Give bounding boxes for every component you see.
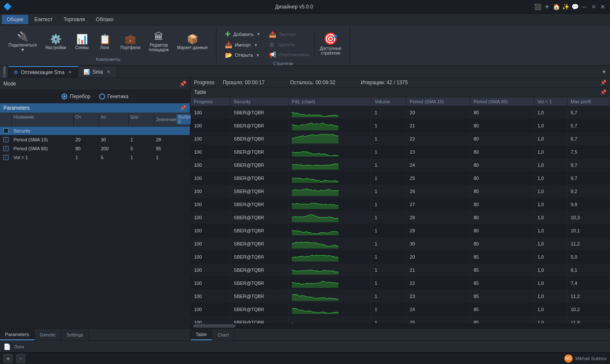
hscroll-thumb[interactable] (193, 324, 236, 328)
ribbon-btn-portfolios[interactable]: 💼 Портфели (117, 33, 144, 52)
table-row[interactable]: 100 SBER@TQBR 1 22 80 1,0 6,7 (191, 132, 610, 146)
menu-item-cloud[interactable]: Облако (91, 15, 118, 24)
params-row-security[interactable]: Security (0, 127, 190, 135)
ribbon-btn-add[interactable]: ✚ Добавить ▼ (222, 29, 264, 39)
editor-label: Редакторплощадок (149, 43, 169, 52)
td-progress: 100 (191, 224, 230, 237)
ribbon-btn-market[interactable]: 📦 Маркет-данные (174, 33, 211, 52)
table-row[interactable]: 100 SBER@TQBR 1 24 85 1,0 10,2 (191, 303, 610, 316)
table-row[interactable]: 100 SBER@TQBR 1 28 80 1,0 10,3 (191, 211, 610, 224)
left-panel-spacer (0, 228, 190, 329)
td-sma80: 80 (470, 132, 534, 146)
home-icon[interactable]: 🏠 (552, 3, 560, 11)
table-row[interactable]: 100 SBER@TQBR 1 25 80 1,0 9,7 (191, 172, 610, 185)
sma80-checkbox[interactable] (3, 146, 8, 151)
td-sma10: 20 (406, 106, 470, 119)
mode-pin[interactable]: 📌 (179, 80, 186, 87)
data-table-container[interactable]: Progress Security P&L (chart) Volume Per… (191, 97, 610, 323)
table-row[interactable]: 100 SBER@TQBR 1 29 80 1,0 10,1 (191, 224, 610, 237)
vol-checkbox[interactable] (3, 155, 8, 160)
tab-sma-close[interactable]: ✕ (105, 69, 111, 75)
params-header: Parameters 📌 (0, 103, 190, 113)
params-row-vol[interactable]: Vol = 1 1 5 1 1 (0, 153, 190, 162)
menu-item-backtest[interactable]: Бэктест (29, 15, 58, 24)
table-row[interactable]: 100 SBER@TQBR 1 23 80 1,0 7,5 (191, 146, 610, 159)
table-row[interactable]: 100 SBER@TQBR 1 25 85 1,0 11,8 (191, 316, 610, 324)
td-progress: 100 (191, 316, 230, 324)
tab-sma[interactable]: 📊 Sma ✕ (78, 66, 117, 77)
table-row[interactable]: 100 SBER@TQBR 1 20 85 1,0 5,0 (191, 251, 610, 264)
available-icon: 🎯 (323, 33, 338, 45)
tab-parameters[interactable]: Parameters (0, 329, 35, 340)
ribbon-btn-logs[interactable]: 📋 Логи (94, 33, 115, 52)
sun-icon[interactable]: ☀ (543, 3, 551, 11)
star-icon[interactable]: ✨ (562, 3, 569, 11)
win-close-icon[interactable]: ✕ (599, 3, 607, 11)
td-security: SBER@TQBR (230, 159, 288, 172)
ribbon-btn-settings[interactable]: ⚙️ Настройки (42, 33, 69, 52)
settings-label: Настройки (45, 45, 66, 50)
chat-icon[interactable]: 💬 (571, 3, 579, 11)
win-restore-icon[interactable]: ⧉ (590, 3, 597, 11)
ribbon-btn-import[interactable]: 📥 Импорт ▼ (222, 40, 264, 50)
td-volume: 1 (371, 211, 406, 224)
ribbon-btn-editor[interactable]: 🏛 Редакторплощадок (146, 30, 172, 54)
table-row[interactable]: 100 SBER@TQBR 1 21 85 1,0 8,1 (191, 264, 610, 277)
footer-add-btn[interactable]: + (3, 354, 13, 363)
footer-remove-btn[interactable]: - (16, 354, 25, 363)
radio-perebor[interactable]: Перебор (61, 94, 91, 99)
ribbon-btn-schemes[interactable]: 📊 Схемы (71, 33, 92, 52)
params-row-sma10[interactable]: Period (SMA 10) 20 30 1 28 (0, 135, 190, 144)
tab-settings[interactable]: Settings (61, 329, 89, 340)
menu-item-obshee[interactable]: Общее (2, 15, 28, 24)
tab-optimization-close[interactable]: ✕ (67, 69, 73, 75)
tab-optimization-sma[interactable]: ⚙ Оптимизация Sma ✕ (8, 66, 78, 77)
params-row-sma10-value: 28 (154, 135, 188, 144)
td-maxprofit: 10,3 (567, 211, 610, 224)
table-row[interactable]: 100 SBER@TQBR 1 26 80 1,0 9,2 (191, 185, 610, 198)
params-header-pin[interactable]: 📌 (180, 105, 186, 111)
security-checkbox[interactable] (3, 128, 8, 133)
table-row[interactable]: 100 SBER@TQBR 1 30 80 1,0 11,2 (191, 237, 610, 251)
table-row[interactable]: 100 SBER@TQBR 1 24 80 1,0 9,7 (191, 159, 610, 172)
td-sma80: 80 (470, 211, 534, 224)
progress-pin[interactable]: 📌 (600, 80, 607, 85)
left-panel: Mode 📌 Перебор Генетика Parameters 📌 Наз… (0, 78, 191, 340)
tab-chart[interactable]: Chart (212, 329, 234, 340)
tab-table[interactable]: Table (191, 329, 212, 340)
footer-left: + - (3, 354, 25, 363)
ribbon-btn-delete: 🗑 Удалить (266, 40, 313, 49)
ribbon-btn-open[interactable]: 📂 Открыть ▼ (222, 50, 264, 60)
win-minimize-icon[interactable]: — (580, 3, 588, 11)
td-vol1: 1,0 (534, 132, 567, 146)
sma10-checkbox[interactable] (3, 137, 8, 142)
tab-genetic[interactable]: Genetic (35, 329, 61, 340)
table-row[interactable]: 100 SBER@TQBR 1 22 85 1,0 7,4 (191, 277, 610, 290)
export-label: Экспорт (279, 32, 296, 37)
td-pnl (288, 237, 371, 251)
minimize-icon[interactable]: ⬛ (534, 3, 541, 11)
import-arrow: ▼ (254, 43, 258, 47)
table-row[interactable]: 100 SBER@TQBR 1 21 80 1,0 5,7 (191, 119, 610, 132)
td-volume: 1 (371, 185, 406, 198)
td-vol1: 1,0 (534, 303, 567, 316)
td-progress: 100 (191, 146, 230, 159)
td-sma10: 21 (406, 119, 470, 132)
params-col-step: Шаг (129, 113, 154, 126)
td-sma10: 22 (406, 277, 470, 290)
menu-item-trading[interactable]: Торговля (58, 15, 90, 24)
table-pin[interactable]: 📌 (600, 89, 607, 95)
title-bar: 🔷 Дизайнер v5.0.0 ⬛ ☀ 🏠 ✨ 💬 — ⧉ ✕ (0, 0, 610, 14)
radio-genetika[interactable]: Генетика (99, 94, 129, 99)
hscroll-bar[interactable] (191, 323, 610, 328)
ribbon-btn-connect[interactable]: 🔌 Подключиться▼ (5, 30, 40, 54)
table-row[interactable]: 100 SBER@TQBR 1 27 80 1,0 9,8 (191, 198, 610, 211)
td-sma10: 25 (406, 316, 470, 324)
params-row-sma80[interactable]: Period (SMA 80) 80 200 5 95 (0, 144, 190, 153)
schema-sidebar-toggle[interactable]: Схемы (0, 66, 8, 77)
tabs-arrow[interactable]: ▼ (598, 66, 610, 77)
ribbon-btn-available[interactable]: 🎯 Доступныестратегии (314, 31, 345, 57)
table-row[interactable]: 100 SBER@TQBR 1 23 85 1,0 11,2 (191, 290, 610, 303)
table-row[interactable]: 100 SBER@TQBR 1 20 80 1,0 5,7 (191, 106, 610, 119)
radio-genetika-label: Генетика (108, 94, 129, 99)
